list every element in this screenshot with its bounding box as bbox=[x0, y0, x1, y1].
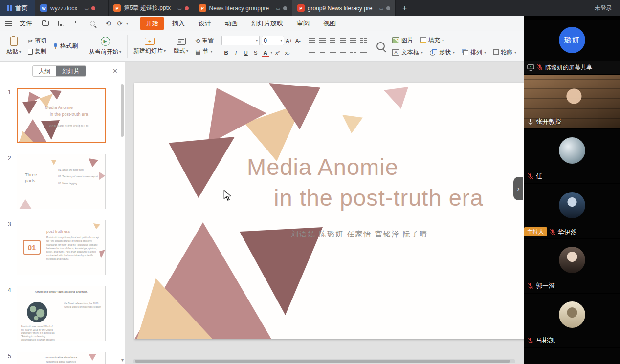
screen-share-tile[interactable]: 璐妍 陈璐妍的屏幕共享 bbox=[524, 20, 620, 74]
close-panel-icon[interactable]: ✕ bbox=[111, 66, 120, 76]
underline-button[interactable]: U bbox=[241, 48, 250, 57]
tab-preview-icon[interactable]: ▭ bbox=[276, 6, 280, 11]
participant-tile-ma[interactable]: 马彬凯 bbox=[524, 294, 620, 347]
ribbon-tab-slideshow[interactable]: 幻灯片放映 bbox=[245, 17, 289, 30]
tab-close-icon[interactable] bbox=[185, 6, 189, 10]
font-color-button[interactable]: A bbox=[261, 48, 270, 57]
increase-indent-button[interactable] bbox=[338, 37, 348, 45]
slide-thumbnail-2[interactable]: Three parts 01. about the post-truth 02.… bbox=[17, 154, 106, 209]
file-menu[interactable]: 文件 bbox=[17, 18, 35, 29]
slide-title[interactable]: Media Anomie in the post-truth era bbox=[247, 151, 484, 214]
strikethrough-button[interactable]: S bbox=[251, 48, 260, 57]
bold-label: B bbox=[224, 50, 228, 56]
save-button[interactable] bbox=[56, 19, 66, 28]
italic-button[interactable]: I bbox=[231, 48, 241, 57]
panel-scroll-down-icon[interactable]: ▾ bbox=[121, 357, 124, 363]
line-spacing-button[interactable] bbox=[349, 37, 358, 45]
home-tab[interactable]: 首页 bbox=[0, 0, 35, 16]
participant-tile-guo[interactable]: 郭一澄 bbox=[524, 239, 620, 293]
open-button[interactable] bbox=[40, 19, 51, 28]
tab-preview-icon[interactable]: ▭ bbox=[177, 6, 182, 11]
cut-button[interactable]: ✂剪切 bbox=[25, 36, 49, 45]
new-tab-button[interactable]: + bbox=[396, 0, 414, 16]
doc-tab-chapter5[interactable]: P 第5章 超链接.pptx ▭ bbox=[109, 0, 194, 16]
increase-font-button[interactable]: A+ bbox=[284, 37, 294, 44]
login-status[interactable]: 未登录 bbox=[587, 0, 620, 16]
align-left-button[interactable] bbox=[308, 47, 317, 56]
columns-button[interactable] bbox=[349, 47, 358, 56]
text-box-button[interactable]: A文本框▾ bbox=[389, 47, 426, 58]
numbered-list-button[interactable] bbox=[318, 37, 327, 45]
tab-preview-icon[interactable]: ▭ bbox=[379, 6, 384, 11]
tab-slides[interactable]: 幻灯片 bbox=[56, 66, 86, 76]
tab-close-icon[interactable] bbox=[283, 6, 287, 10]
ribbon-tab-design[interactable]: 设计 bbox=[193, 17, 217, 30]
redo-caret-icon[interactable]: ▾ bbox=[126, 21, 128, 26]
subscript-button[interactable]: x₂ bbox=[283, 48, 292, 57]
font-family-select[interactable]: ▾ bbox=[221, 36, 260, 45]
horizontal-scrollbar[interactable] bbox=[133, 359, 515, 363]
font-color-caret-icon[interactable]: ▾ bbox=[270, 50, 272, 55]
redo-button[interactable]: ⟳ bbox=[114, 19, 125, 28]
text-direction-button[interactable] bbox=[359, 37, 368, 45]
tab-outline[interactable]: 大纲 bbox=[33, 66, 56, 76]
reset-button[interactable]: ⟲重置 bbox=[193, 36, 216, 45]
copy-button[interactable]: 复制 bbox=[25, 47, 49, 56]
section-button[interactable]: ▤节▾ bbox=[193, 47, 216, 56]
search-tool-button[interactable] bbox=[374, 37, 388, 56]
ribbon-tab-review[interactable]: 审阅 bbox=[291, 17, 315, 30]
font-size-input[interactable] bbox=[264, 37, 280, 44]
font-size-select[interactable]: ▾ bbox=[262, 36, 284, 45]
hamburger-menu-icon[interactable] bbox=[5, 21, 12, 26]
slide-thumbnail-1[interactable]: Media Anomie in the post-truth era 刘语嫣 陈… bbox=[17, 88, 106, 143]
slide-thumbnail-3[interactable]: 01 post-truth era Post-truth is a philos… bbox=[17, 220, 106, 275]
decrease-indent-button[interactable] bbox=[328, 37, 337, 45]
picture-button[interactable]: 图片 bbox=[389, 35, 416, 45]
sidebar-collapse-button[interactable]: › bbox=[513, 177, 523, 200]
slide-thumbnail-4[interactable]: A truth isn't simply 'facts-checking' an… bbox=[17, 286, 106, 341]
ribbon-tab-insert[interactable]: 插入 bbox=[166, 17, 191, 30]
tab-close-icon[interactable] bbox=[91, 6, 95, 10]
participant-tile-ren[interactable]: 任 bbox=[524, 129, 620, 183]
doc-tab-wyzz[interactable]: W wyzz.docx ▭ bbox=[35, 0, 109, 16]
shape-button[interactable]: 形状▾ bbox=[427, 47, 458, 58]
print-button[interactable] bbox=[71, 19, 82, 28]
distribute-button[interactable] bbox=[359, 47, 368, 56]
new-slide-icon: + bbox=[145, 38, 155, 45]
panel-scrollbar-thumb[interactable] bbox=[121, 84, 124, 137]
doc-tab-group9-active[interactable]: P group9 News literacy pre ▭ bbox=[292, 0, 396, 16]
align-right-button[interactable] bbox=[328, 47, 337, 56]
participant-tile-hua[interactable]: 主持人 华伊然 bbox=[524, 184, 620, 238]
layout-button[interactable]: 版式▾ bbox=[170, 36, 192, 57]
justify-button[interactable] bbox=[338, 47, 348, 56]
outline-label: 轮廓 bbox=[501, 48, 512, 57]
participant-tile-professor[interactable]: 张开教授 bbox=[524, 75, 620, 128]
bold-button[interactable]: B bbox=[221, 48, 231, 57]
slide-authors[interactable]: 刘语嫣 陈璐妍 任家怡 宫铭泽 阮子晴 bbox=[262, 230, 457, 239]
decrease-font-button[interactable]: A- bbox=[294, 37, 302, 44]
tab-close-icon[interactable] bbox=[386, 6, 390, 10]
participant-avatar bbox=[559, 137, 585, 164]
ribbon-tab-view[interactable]: 视图 bbox=[317, 17, 342, 30]
horizontal-scrollbar-thumb[interactable] bbox=[135, 360, 510, 363]
slide-thumbnail-5[interactable]: communicative abundance Networked digita… bbox=[17, 352, 106, 364]
format-painter-button[interactable]: 格式刷 bbox=[50, 42, 80, 51]
tab-preview-icon[interactable]: ▭ bbox=[84, 6, 89, 11]
play-from-current-button[interactable]: ▶ 从当前开始▾ bbox=[86, 35, 125, 58]
paste-button[interactable]: 粘贴▾ bbox=[3, 35, 24, 58]
new-slide-button[interactable]: + 新建幻灯片▾ bbox=[130, 36, 169, 57]
fill-button[interactable]: 填充▾ bbox=[417, 35, 447, 45]
participant-name: 华伊然 bbox=[558, 228, 577, 236]
slide-canvas[interactable]: Media Anomie in the post-truth era 刘语嫣 陈… bbox=[134, 83, 541, 339]
outline-button[interactable]: 轮廓▾ bbox=[490, 47, 519, 58]
bullet-list-button[interactable] bbox=[308, 37, 317, 45]
print-preview-button[interactable] bbox=[87, 19, 98, 28]
ribbon-tab-animation[interactable]: 动画 bbox=[219, 17, 244, 30]
font-family-input[interactable] bbox=[223, 37, 256, 44]
align-center-button[interactable] bbox=[318, 47, 327, 56]
undo-button[interactable]: ⟲ bbox=[103, 19, 113, 28]
superscript-button[interactable]: x² bbox=[273, 48, 282, 57]
arrange-button[interactable]: 排列▾ bbox=[459, 47, 489, 58]
ribbon-tab-home[interactable]: 开始 bbox=[140, 17, 164, 30]
doc-tab-news-literacy[interactable]: P News literacy grouppre ▭ bbox=[194, 0, 292, 16]
